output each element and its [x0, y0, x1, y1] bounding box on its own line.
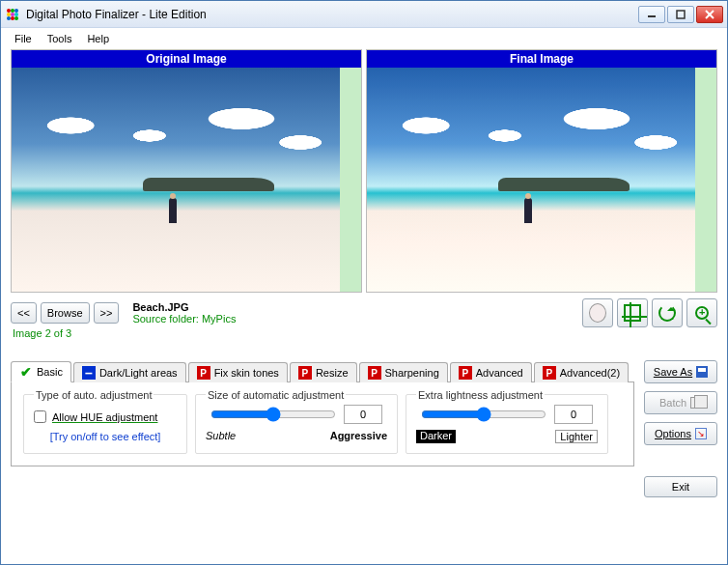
extra-left-label: Darker	[416, 430, 456, 443]
allow-hue-row[interactable]: Allow HUE adjustment	[34, 410, 177, 423]
group-size-title: Size of automatic adjustment	[206, 389, 346, 401]
menu-help[interactable]: Help	[87, 33, 109, 44]
next-button[interactable]: >>	[94, 302, 120, 324]
svg-point-4	[11, 13, 14, 16]
tab-advanced2-label: Advanced(2)	[560, 367, 620, 379]
tab-advanced2[interactable]: Advanced(2)	[534, 362, 629, 382]
svg-point-3	[7, 13, 11, 16]
tab-advanced[interactable]: Advanced	[450, 362, 532, 382]
face-icon	[589, 303, 606, 323]
extra-slider[interactable]	[421, 407, 546, 422]
extra-value: 0	[554, 405, 593, 424]
svg-point-8	[14, 16, 18, 20]
app-icon	[5, 7, 20, 22]
original-image	[12, 68, 340, 292]
browse-button[interactable]: Browse	[41, 302, 90, 324]
tabbar: Basic Dark/Light areas Fix skin tones Re…	[11, 360, 634, 382]
side-buttons: Save As Batch Options	[644, 360, 717, 466]
pro-icon	[543, 366, 556, 380]
pro-icon	[368, 366, 381, 380]
tab-darklight[interactable]: Dark/Light areas	[73, 362, 186, 382]
app-window: Digital Photo Finalizer - Lite Edition F…	[0, 0, 728, 565]
maximize-button[interactable]	[667, 6, 694, 23]
group-extra: Extra lightness adjustment 0 Darker Ligh…	[406, 394, 608, 454]
crop-icon	[624, 304, 641, 322]
final-header: Final Image	[367, 50, 716, 68]
dash-icon	[82, 366, 96, 380]
tab-content-basic: Type of auto. adjustment Allow HUE adjus…	[11, 382, 634, 466]
size-value: 0	[344, 405, 382, 424]
svg-point-6	[7, 16, 11, 20]
menu-file[interactable]: File	[14, 33, 32, 44]
image-counter: Image 2 of 3	[1, 327, 727, 343]
zoom-icon	[695, 306, 709, 320]
allow-hue-checkbox[interactable]	[34, 410, 46, 423]
exit-button[interactable]: Exit	[644, 476, 717, 497]
pro-icon	[459, 366, 472, 380]
options-icon	[695, 428, 707, 439]
tab-sharpen-label: Sharpening	[385, 367, 439, 379]
svg-point-7	[11, 16, 14, 20]
folder-label: Source folder: MyPics	[132, 313, 236, 325]
tab-sharpen[interactable]: Sharpening	[359, 362, 448, 382]
extra-right-label: Lighter	[555, 430, 598, 443]
tab-basic[interactable]: Basic	[11, 361, 71, 382]
save-icon	[696, 366, 708, 378]
rotate-button[interactable]	[652, 298, 683, 327]
prev-button[interactable]: <<	[11, 302, 37, 324]
batch-label: Batch	[659, 397, 686, 409]
exit-label: Exit	[672, 481, 689, 493]
size-left-label: Subtle	[206, 430, 236, 441]
group-size: Size of automatic adjustment 0 Subtle Ag…	[195, 394, 398, 454]
size-right-label: Aggressive	[330, 430, 387, 441]
svg-point-2	[14, 9, 18, 13]
pro-icon	[298, 366, 312, 380]
tab-darklight-label: Dark/Light areas	[99, 367, 178, 379]
window-title: Digital Photo Finalizer - Lite Edition	[26, 8, 638, 21]
options-label: Options	[655, 428, 691, 439]
rotate-icon	[658, 304, 676, 322]
file-info: Beach.JPG Source folder: MyPics	[132, 301, 236, 325]
svg-rect-10	[677, 11, 685, 18]
group-auto-type-title: Type of auto. adjustment	[34, 389, 154, 401]
tab-resize-label: Resize	[316, 367, 349, 379]
svg-point-5	[14, 13, 18, 16]
crop-button[interactable]	[617, 298, 648, 327]
tab-resize[interactable]: Resize	[290, 362, 357, 382]
svg-point-1	[11, 9, 14, 13]
pro-icon	[197, 366, 210, 380]
svg-point-0	[7, 9, 11, 13]
batch-button[interactable]: Batch	[644, 391, 717, 414]
save-as-button[interactable]: Save As	[644, 360, 717, 383]
original-panel: Original Image	[11, 49, 362, 293]
tab-advanced-label: Advanced	[476, 367, 523, 379]
original-header: Original Image	[12, 50, 361, 68]
tab-skin[interactable]: Fix skin tones	[188, 362, 288, 382]
check-icon	[19, 365, 33, 379]
hue-hint: [Try on/off to see effect]	[34, 431, 177, 442]
batch-icon	[690, 397, 702, 409]
tabs-area: Basic Dark/Light areas Fix skin tones Re…	[11, 360, 634, 466]
options-button[interactable]: Options	[644, 422, 717, 445]
final-image	[367, 68, 695, 292]
close-button[interactable]	[696, 6, 723, 23]
size-slider[interactable]	[210, 407, 336, 422]
minimize-button[interactable]	[638, 6, 665, 23]
titlebar: Digital Photo Finalizer - Lite Edition	[1, 1, 727, 28]
nav-row: << Browse >> Beach.JPG Source folder: My…	[1, 293, 727, 327]
save-as-label: Save As	[654, 366, 692, 378]
allow-hue-label: Allow HUE adjustment	[52, 411, 157, 423]
final-panel: Final Image	[366, 49, 717, 293]
tab-skin-label: Fix skin tones	[214, 367, 279, 379]
menubar: File Tools Help	[1, 28, 727, 49]
face-button[interactable]	[582, 298, 613, 327]
menu-tools[interactable]: Tools	[47, 33, 72, 44]
group-extra-title: Extra lightness adjustment	[416, 389, 545, 401]
zoom-button[interactable]	[686, 298, 717, 327]
group-auto-type: Type of auto. adjustment Allow HUE adjus…	[23, 394, 187, 454]
filename-label: Beach.JPG	[132, 301, 236, 313]
tab-basic-label: Basic	[37, 366, 63, 378]
image-panels: Original Image Final Image	[1, 49, 727, 293]
